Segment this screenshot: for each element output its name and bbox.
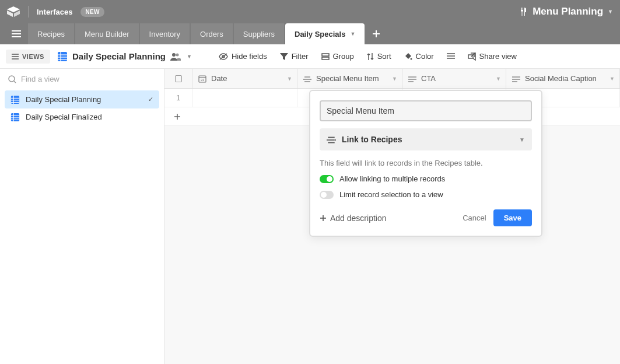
chevron-down-icon[interactable]: ▼ bbox=[608, 9, 613, 15]
add-table-button[interactable] bbox=[366, 23, 387, 44]
chevron-down-icon: ▼ bbox=[519, 136, 525, 143]
toggle-label: Allow linking to multiple records bbox=[339, 174, 445, 183]
current-view-name[interactable]: Daily Special Planning bbox=[72, 51, 166, 61]
view-name-group: Daily Special Planning ▼ bbox=[57, 51, 192, 62]
cancel-button[interactable]: Cancel bbox=[456, 209, 493, 226]
grid-view-icon bbox=[10, 94, 20, 104]
select-all-header[interactable] bbox=[164, 69, 192, 88]
svg-marker-20 bbox=[280, 53, 288, 60]
view-item-label: Daily Special Finalized bbox=[26, 113, 102, 121]
toggle-allow-multiple: Allow linking to multiple records bbox=[320, 174, 532, 183]
row-number[interactable]: 1 bbox=[164, 89, 192, 107]
field-config-popover: Link to Recipes ▼ This field will link t… bbox=[309, 90, 542, 237]
tab-suppliers[interactable]: Suppliers bbox=[234, 23, 284, 44]
svg-point-27 bbox=[9, 76, 15, 82]
column-header-date[interactable]: 31 Date ▼ bbox=[192, 69, 297, 88]
tab-daily-specials[interactable]: Daily Specials ▼ bbox=[285, 23, 365, 44]
main-area: Daily Special Planning ✓ Daily Special F… bbox=[0, 69, 620, 364]
column-label: CTA bbox=[421, 74, 436, 83]
top-header-right: Menu Planning ▼ bbox=[519, 6, 613, 18]
field-help-text: This field will link to records in the R… bbox=[320, 159, 532, 167]
svg-marker-0 bbox=[7, 6, 20, 12]
view-search bbox=[0, 69, 164, 87]
tool-label: Share view bbox=[479, 52, 517, 61]
tool-label: Sort bbox=[377, 52, 391, 61]
popover-footer: Add description Cancel Save bbox=[320, 209, 532, 226]
new-badge: NEW bbox=[80, 7, 104, 17]
svg-rect-22 bbox=[322, 57, 329, 60]
chevron-down-icon[interactable]: ▼ bbox=[187, 54, 192, 60]
checkbox-icon[interactable] bbox=[175, 75, 182, 82]
calendar-icon: 31 bbox=[198, 74, 206, 83]
svg-rect-29 bbox=[11, 95, 19, 103]
long-text-icon bbox=[512, 74, 520, 83]
tab-label: Inventory bbox=[149, 30, 180, 38]
tool-label: Color bbox=[416, 52, 434, 61]
chevron-down-icon[interactable]: ▼ bbox=[392, 76, 397, 82]
interfaces-link[interactable]: Interfaces bbox=[37, 8, 72, 16]
tab-orders[interactable]: Orders bbox=[191, 23, 233, 44]
svg-rect-34 bbox=[11, 113, 19, 121]
top-header: Interfaces NEW Menu Planning ▼ bbox=[0, 0, 620, 23]
save-button[interactable]: Save bbox=[493, 209, 532, 226]
column-header-social-caption[interactable]: Social Media Caption ▼ bbox=[506, 69, 620, 88]
column-label: Special Menu Item bbox=[316, 74, 379, 83]
view-toolbar: VIEWS Daily Special Planning ▼ Hide fiel… bbox=[0, 44, 620, 69]
tool-label: Filter bbox=[292, 52, 309, 61]
filter-button[interactable]: Filter bbox=[275, 48, 313, 64]
color-button[interactable]: Color bbox=[400, 48, 439, 64]
chevron-down-icon[interactable]: ▼ bbox=[350, 31, 355, 37]
long-text-icon bbox=[408, 74, 416, 83]
tab-menu-builder[interactable]: Menu Builder bbox=[75, 23, 139, 44]
grid-area: 31 Date ▼ Special Menu Item ▼ CTA ▼ bbox=[164, 69, 620, 364]
chevron-down-icon[interactable]: ▼ bbox=[287, 76, 292, 82]
hide-fields-button[interactable]: Hide fields bbox=[214, 48, 272, 64]
add-description-label: Add description bbox=[330, 214, 387, 223]
column-label: Social Media Caption bbox=[525, 74, 597, 83]
tab-label: Suppliers bbox=[243, 30, 275, 38]
views-toggle-button[interactable]: VIEWS bbox=[6, 50, 50, 64]
grid-view-icon bbox=[57, 51, 68, 62]
column-label: Date bbox=[211, 74, 227, 83]
row-height-button[interactable] bbox=[442, 50, 460, 64]
tabs-bar: Recipes Menu Builder Inventory Orders Su… bbox=[0, 23, 620, 44]
hamburger-menu-icon[interactable] bbox=[5, 23, 28, 44]
view-item-daily-special-finalized[interactable]: Daily Special Finalized bbox=[5, 108, 159, 127]
share-view-button[interactable]: Share view bbox=[463, 48, 521, 64]
toggle-switch[interactable] bbox=[320, 191, 334, 199]
view-search-input[interactable] bbox=[21, 75, 156, 83]
views-sidebar: Daily Special Planning ✓ Daily Special F… bbox=[0, 69, 164, 364]
field-type-selector[interactable]: Link to Recipes ▼ bbox=[320, 128, 532, 150]
chevron-down-icon[interactable]: ▼ bbox=[496, 76, 501, 82]
column-header-special-item[interactable]: Special Menu Item ▼ bbox=[297, 69, 402, 88]
view-list: Daily Special Planning ✓ Daily Special F… bbox=[0, 87, 164, 130]
add-description-button[interactable]: Add description bbox=[320, 214, 387, 223]
plus-icon bbox=[174, 113, 181, 120]
svg-rect-21 bbox=[322, 54, 329, 56]
view-item-label: Daily Special Planning bbox=[26, 95, 101, 104]
divider bbox=[28, 6, 29, 18]
svg-point-17 bbox=[176, 54, 179, 57]
tab-inventory[interactable]: Inventory bbox=[140, 23, 190, 44]
tab-label: Daily Specials bbox=[295, 30, 345, 38]
view-item-daily-special-planning[interactable]: Daily Special Planning ✓ bbox=[5, 90, 159, 108]
tab-label: Recipes bbox=[37, 30, 65, 38]
check-icon: ✓ bbox=[148, 96, 153, 103]
column-headers: 31 Date ▼ Special Menu Item ▼ CTA ▼ bbox=[164, 69, 620, 89]
app-logo-icon[interactable] bbox=[7, 6, 20, 17]
tab-recipes[interactable]: Recipes bbox=[28, 23, 74, 44]
toggle-switch[interactable] bbox=[320, 175, 334, 183]
grid-view-icon bbox=[10, 113, 20, 123]
sort-button[interactable]: Sort bbox=[362, 48, 396, 64]
column-header-cta[interactable]: CTA ▼ bbox=[402, 69, 506, 88]
tool-label: Group bbox=[333, 52, 354, 61]
field-name-input[interactable] bbox=[320, 100, 532, 121]
collaborators-icon[interactable] bbox=[170, 52, 181, 61]
link-records-icon bbox=[327, 135, 336, 144]
workspace-title[interactable]: Menu Planning bbox=[533, 6, 603, 18]
cell-date[interactable] bbox=[192, 89, 297, 107]
group-button[interactable]: Group bbox=[317, 48, 359, 64]
svg-point-16 bbox=[172, 53, 176, 57]
chevron-down-icon[interactable]: ▼ bbox=[610, 76, 615, 82]
field-type-label: Link to Recipes bbox=[342, 135, 402, 144]
